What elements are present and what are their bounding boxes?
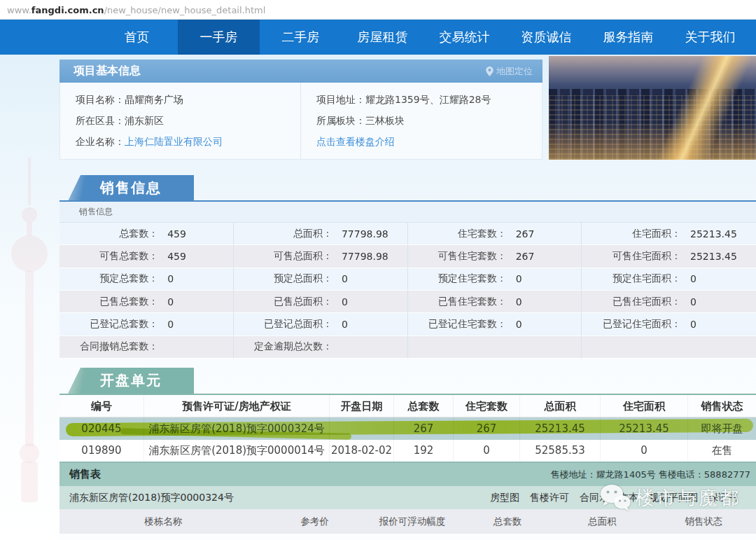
sales-cell: 已登记住宅面积：0 xyxy=(582,313,756,335)
sales-cell: 已售总面积：0 xyxy=(234,291,408,313)
main-nav: 首页 一手房 二手房 房屋租赁 交易统计 资质诚信 服务指南 关于我们 xyxy=(0,20,756,55)
permit-number: 浦东新区房管(2018)预字0000324号 xyxy=(59,492,234,504)
map-locate-label: 地图定位 xyxy=(496,65,533,78)
nav-item-about[interactable]: 关于我们 xyxy=(669,20,751,55)
browser-address-bar[interactable]: www.fangdi.com.cn/new_house/new_house_de… xyxy=(0,0,756,20)
project-info-body: 项目名称：晶耀商务广场 所在区县：浦东新区 企业名称：上海仁陆置业有限公司 项目… xyxy=(59,83,542,160)
floor-plan-link[interactable]: 房型图 xyxy=(490,492,519,504)
sales-info-grid: 总套数：459 总面积：77798.98 住宅套数：267 住宅面积：25213… xyxy=(59,223,756,359)
sales-table-subheader: 浦东新区房管(2018)预字0000324号 房型图 售楼许可 合同示范文本 规… xyxy=(59,486,756,509)
address-row: 项目地址：耀龙路1359号、江耀路28号 xyxy=(316,89,542,110)
block-row: 所属板块：三林板块 xyxy=(316,110,542,131)
section-title-project-info: 项目基本信息 xyxy=(59,64,141,78)
sales-cell: 总面积：77798.98 xyxy=(234,223,408,245)
sales-table-column-headers: 楼栋名称 参考价 报价可浮动幅度 总套数 总面积 销售状态 xyxy=(59,509,756,534)
guarantee-link[interactable]: 保证书 xyxy=(708,492,738,504)
sales-cell: 总套数：459 xyxy=(59,223,234,245)
sales-cell: 已售住宅面积：0 xyxy=(582,291,756,313)
opening-units-table: 编号 预售许可证/房地产权证 开盘日期 总套数 住宅套数 总面积 住宅面积 销售… xyxy=(59,394,756,462)
page-url: www.fangdi.com.cn/new_house/new_house_de… xyxy=(7,3,265,16)
nav-item-rental[interactable]: 房屋租赁 xyxy=(342,20,424,55)
planning-map-link[interactable]: 规划平面图 xyxy=(649,492,698,504)
building-intro-link[interactable]: 点击查看楼盘介绍 xyxy=(316,136,395,147)
sales-cell: 可售总面积：77798.98 xyxy=(234,245,408,268)
sales-table-header: 销售表 售楼地址：耀龙路1405号 售楼电话：58882777 xyxy=(59,463,756,486)
sales-cell: 已登记总套数：0 xyxy=(59,313,234,335)
map-pin-icon xyxy=(486,67,493,76)
nav-item-new-house[interactable]: 一手房 xyxy=(178,20,260,55)
district-row: 所在区县：浦东新区 xyxy=(76,110,300,131)
sales-cell: 已登记住宅套数：0 xyxy=(408,313,582,335)
sales-cell: 可售住宅面积：25213.45 xyxy=(582,245,756,268)
sales-permit-link[interactable]: 售楼许可 xyxy=(530,492,569,504)
sales-cell: 住宅套数：267 xyxy=(408,223,582,245)
table-row: 020445 浦东新区房管(2018)预字0000324号 267 267 25… xyxy=(59,417,756,440)
sales-cell: 已登记总面积：0 xyxy=(234,313,408,335)
project-photo xyxy=(549,56,756,160)
nav-item-credit[interactable]: 资质诚信 xyxy=(505,20,587,55)
nav-item-second-hand[interactable]: 二手房 xyxy=(260,20,342,55)
project-info-panel: 项目基本信息 地图定位 项目名称：晶耀商务广场 所在区县：浦东新区 企业名称：上… xyxy=(59,60,542,160)
status-badge: 在售 xyxy=(687,440,756,462)
sales-cell: 定金逾期总次数： xyxy=(234,336,408,359)
sales-office-info: 售楼地址：耀龙路1405号 售楼电话：58882777 xyxy=(551,469,756,481)
sales-cell: 预定总面积：0 xyxy=(234,268,408,291)
sales-cell xyxy=(408,336,582,359)
opening-units-header-row: 编号 预售许可证/房地产权证 开盘日期 总套数 住宅套数 总面积 住宅面积 销售… xyxy=(59,394,756,417)
nav-item-statistics[interactable]: 交易统计 xyxy=(424,20,505,55)
sales-cell: 已售住宅套数：0 xyxy=(408,291,582,313)
status-badge: 即将开盘 xyxy=(687,417,756,440)
sales-cell: 预定住宅套数：0 xyxy=(408,268,582,291)
section-title-sales-table: 销售表 xyxy=(59,468,101,481)
contract-template-link[interactable]: 合同示范文本 xyxy=(580,492,638,504)
sales-cell: 合同撤销总套数： xyxy=(59,336,234,359)
nav-item-service-guide[interactable]: 服务指南 xyxy=(587,20,669,55)
company-row: 企业名称：上海仁陆置业有限公司 xyxy=(76,131,300,152)
sales-cell: 可售总套数：459 xyxy=(59,245,234,268)
sales-cell: 已售总套数：0 xyxy=(59,291,234,313)
sales-info-subheader: 销售信息 xyxy=(59,202,756,223)
sales-info-tab: 销售信息 xyxy=(68,175,194,201)
project-name-row: 项目名称：晶耀商务广场 xyxy=(76,89,300,110)
sales-cell: 可售住宅套数：267 xyxy=(408,245,582,268)
table-row: 019890 浦东新区房管(2018)预字0000014号 2018-02-02… xyxy=(59,440,756,462)
pearl-tower-watermark xyxy=(0,158,63,522)
sales-cell: 预定住宅面积：0 xyxy=(582,268,756,291)
table-body-strip xyxy=(59,534,756,540)
sales-cell: 预定总套数：0 xyxy=(59,268,234,291)
sales-cell xyxy=(582,336,756,359)
company-link[interactable]: 上海仁陆置业有限公司 xyxy=(125,136,223,147)
opening-units-tab: 开盘单元 xyxy=(68,368,194,394)
project-info-header: 项目基本信息 地图定位 xyxy=(59,60,542,83)
map-locate-link[interactable]: 地图定位 xyxy=(486,65,542,78)
sales-cell: 住宅面积：25213.45 xyxy=(582,223,756,245)
nav-item-home[interactable]: 首页 xyxy=(96,20,178,55)
